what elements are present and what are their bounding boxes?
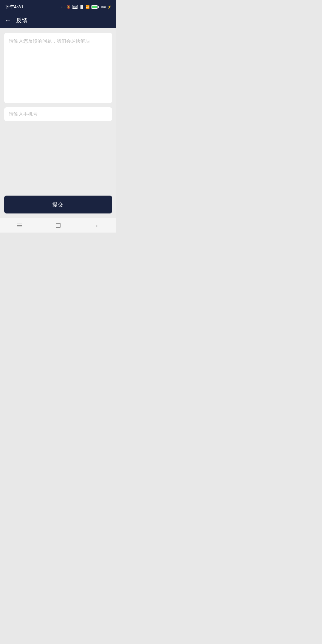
wifi-icon: 📶 bbox=[86, 5, 90, 9]
spacer bbox=[4, 125, 112, 188]
status-time: 下午4:31 bbox=[5, 4, 24, 10]
submit-button-area: 提交 bbox=[0, 193, 116, 218]
page-title: 反馈 bbox=[16, 17, 27, 24]
feedback-textarea-wrapper bbox=[4, 33, 112, 103]
back-arrow-icon: ‹ bbox=[96, 222, 98, 228]
battery-label: 100 bbox=[100, 5, 106, 9]
nav-bar: ← 反馈 bbox=[0, 13, 116, 28]
back-button[interactable]: ← bbox=[5, 17, 11, 24]
menu-icon bbox=[17, 224, 22, 227]
status-icons: ··· 🔕 HD ▐▌ 📶 100 ⚡ bbox=[61, 5, 112, 9]
bottom-nav-home[interactable] bbox=[39, 218, 78, 233]
home-icon bbox=[56, 223, 61, 228]
hd-icon: HD bbox=[72, 5, 78, 9]
mute-icon: 🔕 bbox=[66, 5, 71, 9]
battery-icon bbox=[91, 5, 99, 9]
status-bar: 下午4:31 ··· 🔕 HD ▐▌ 📶 100 ⚡ bbox=[0, 0, 116, 13]
charging-icon: ⚡ bbox=[107, 5, 112, 9]
main-content bbox=[0, 28, 116, 193]
phone-input-wrapper bbox=[4, 107, 112, 121]
feedback-textarea[interactable] bbox=[9, 38, 107, 97]
submit-button[interactable]: 提交 bbox=[4, 196, 112, 213]
bottom-nav-back[interactable]: ‹ bbox=[78, 218, 116, 233]
signal-icon: ▐▌ bbox=[79, 5, 84, 9]
phone-input[interactable] bbox=[9, 112, 107, 117]
signal-dots: ··· bbox=[61, 5, 65, 9]
bottom-nav: ‹ bbox=[0, 218, 116, 233]
bottom-nav-menu[interactable] bbox=[0, 218, 39, 233]
